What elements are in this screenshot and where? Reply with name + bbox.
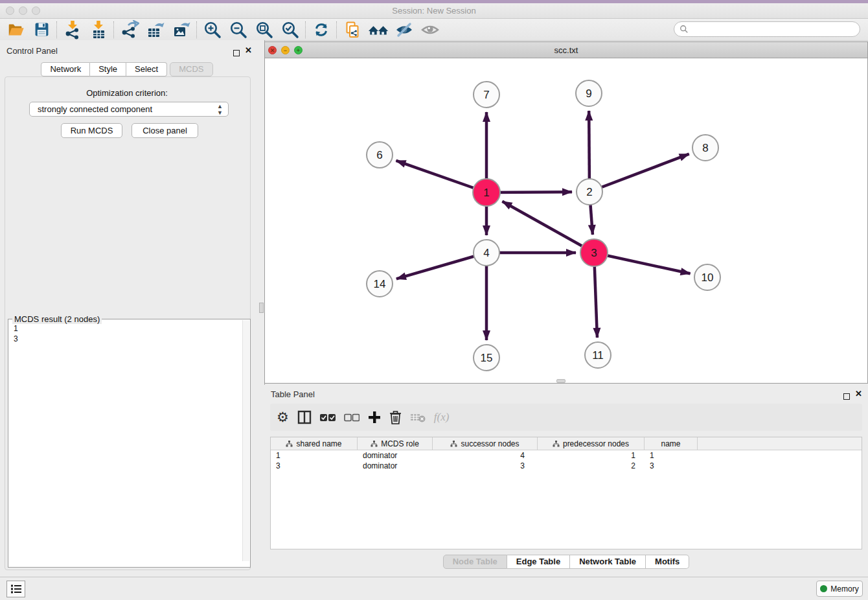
export-network-button[interactable] xyxy=(117,19,143,40)
edge-1-6[interactable] xyxy=(396,161,486,192)
control-panel-close-button[interactable]: ✕ xyxy=(245,47,252,54)
zoom-out-button[interactable] xyxy=(225,19,251,40)
mcds-result-item: 3 xyxy=(14,334,18,344)
network-window-titlebar[interactable]: ✕ − + scc.txt xyxy=(265,42,867,58)
column-label: successor nodes xyxy=(461,439,519,448)
graph-node-7[interactable]: 7 xyxy=(474,82,499,108)
table-settings-button[interactable]: ⚙ xyxy=(277,408,289,427)
cell-name: 1 xyxy=(645,450,698,461)
graph-node-11[interactable]: 11 xyxy=(585,342,611,368)
criterion-dropdown[interactable]: strongly connected component ▲▼ xyxy=(29,102,229,117)
show-columns-button[interactable] xyxy=(297,408,312,427)
network-close-button[interactable]: ✕ xyxy=(268,46,277,54)
import-table-icon xyxy=(89,20,108,40)
edge-3-10[interactable] xyxy=(594,253,691,273)
delete-table-button[interactable] xyxy=(410,408,426,427)
graph-node-14[interactable]: 14 xyxy=(367,271,393,297)
node-table[interactable]: shared nameMCDS rolesuccessor nodesprede… xyxy=(270,437,862,549)
show-all-button[interactable] xyxy=(417,19,443,40)
export-image-icon xyxy=(172,20,191,40)
window-minimize-button[interactable] xyxy=(19,6,27,15)
tab-network-table[interactable]: Network Table xyxy=(570,555,646,569)
node-label: 11 xyxy=(592,349,604,362)
save-session-button[interactable] xyxy=(29,19,54,40)
zoom-selected-button[interactable] xyxy=(277,19,303,40)
home-button[interactable] xyxy=(365,19,391,40)
zoom-fit-button[interactable] xyxy=(251,19,277,40)
column-header-successor-nodes[interactable]: successor nodes xyxy=(433,437,538,450)
network-minimize-button[interactable]: − xyxy=(281,46,290,54)
window-zoom-button[interactable] xyxy=(32,6,40,15)
select-all-button[interactable] xyxy=(320,408,336,427)
export-table-button[interactable] xyxy=(143,19,168,40)
import-table-button[interactable] xyxy=(86,19,111,40)
column-header-mcds-role[interactable]: MCDS role xyxy=(358,437,433,450)
import-network-button[interactable] xyxy=(60,19,86,40)
delete-column-button[interactable] xyxy=(389,408,402,427)
control-panel-tabs: NetworkStyleSelectMCDS xyxy=(0,62,254,76)
scrollbar-track[interactable] xyxy=(242,320,249,561)
toolbar-separator xyxy=(196,21,198,38)
trash-icon xyxy=(389,410,402,424)
table-panel-float-button[interactable] xyxy=(843,391,850,402)
open-session-button[interactable] xyxy=(3,19,29,40)
hide-selected-button[interactable] xyxy=(391,19,417,40)
table-panel-close-button[interactable]: ✕ xyxy=(855,391,862,397)
tab-node-table[interactable]: Node Table xyxy=(443,555,507,569)
tab-mcds[interactable]: MCDS xyxy=(170,62,212,76)
run-mcds-button[interactable]: Run MCDS xyxy=(61,123,122,138)
function-builder-button[interactable]: f(x) xyxy=(434,408,450,427)
graph-node-9[interactable]: 9 xyxy=(576,80,602,106)
graph-node-10[interactable]: 10 xyxy=(694,264,720,290)
close-panel-button[interactable]: Close panel xyxy=(131,123,198,138)
node-label: 3 xyxy=(591,247,597,259)
edge-3-1[interactable] xyxy=(502,202,594,253)
columns-icon xyxy=(297,410,312,424)
network-graph-canvas[interactable]: 1234678910111415 xyxy=(265,58,867,383)
column-header-predecessor-nodes[interactable]: predecessor nodes xyxy=(538,437,645,450)
node-label: 15 xyxy=(481,352,493,364)
window-close-button[interactable] xyxy=(6,6,14,15)
export-image-button[interactable] xyxy=(168,19,194,40)
graph-node-6[interactable]: 6 xyxy=(367,142,393,168)
graph-node-1[interactable]: 1 xyxy=(473,179,500,206)
zoom-selected-icon xyxy=(280,20,300,40)
control-panel: Control Panel ✕ NetworkStyleSelectMCDS O… xyxy=(0,40,259,577)
create-column-button[interactable] xyxy=(368,408,381,427)
control-panel-float-button[interactable] xyxy=(233,47,240,59)
graph-node-4[interactable]: 4 xyxy=(474,240,499,266)
tab-motifs[interactable]: Motifs xyxy=(646,555,689,569)
table-row[interactable]: 3dominator323 xyxy=(271,461,862,471)
task-history-button[interactable] xyxy=(6,581,25,597)
edge-2-8[interactable] xyxy=(589,154,689,192)
tab-style[interactable]: Style xyxy=(90,62,126,76)
unselect-all-button[interactable] xyxy=(344,408,360,427)
toolbar-separator xyxy=(305,21,306,38)
clone-network-button[interactable] xyxy=(339,19,365,40)
tab-select[interactable]: Select xyxy=(126,62,167,76)
table-row[interactable]: 1dominator411 xyxy=(271,450,862,461)
canvas-splitter-handle[interactable] xyxy=(556,379,565,383)
search-input[interactable] xyxy=(674,21,860,37)
tab-network[interactable]: Network xyxy=(41,62,90,76)
table-body: 1dominator4113dominator323 xyxy=(271,450,862,471)
refresh-layout-button[interactable] xyxy=(308,19,334,40)
graph-node-2[interactable]: 2 xyxy=(577,179,602,205)
app-titlebar: Session: New Session xyxy=(0,3,868,19)
splitter-handle[interactable] xyxy=(259,303,264,313)
network-zoom-button[interactable]: + xyxy=(294,46,303,54)
task-list-icon xyxy=(10,584,22,594)
zoom-in-button[interactable] xyxy=(200,19,225,40)
edge-4-14[interactable] xyxy=(396,253,486,279)
column-label: predecessor nodes xyxy=(563,439,629,448)
graph-node-3[interactable]: 3 xyxy=(580,239,608,266)
graph-node-15[interactable]: 15 xyxy=(474,345,499,371)
column-header-shared-name[interactable]: shared name xyxy=(271,437,358,450)
tab-edge-table[interactable]: Edge Table xyxy=(507,555,570,569)
graph-node-8[interactable]: 8 xyxy=(692,135,718,161)
cell-shared-name: 1 xyxy=(271,450,358,461)
column-header-name[interactable]: name xyxy=(645,437,698,450)
memory-button[interactable]: Memory xyxy=(816,581,863,597)
toolbar-separator xyxy=(336,21,337,38)
gear-icon: ⚙ xyxy=(277,410,289,425)
